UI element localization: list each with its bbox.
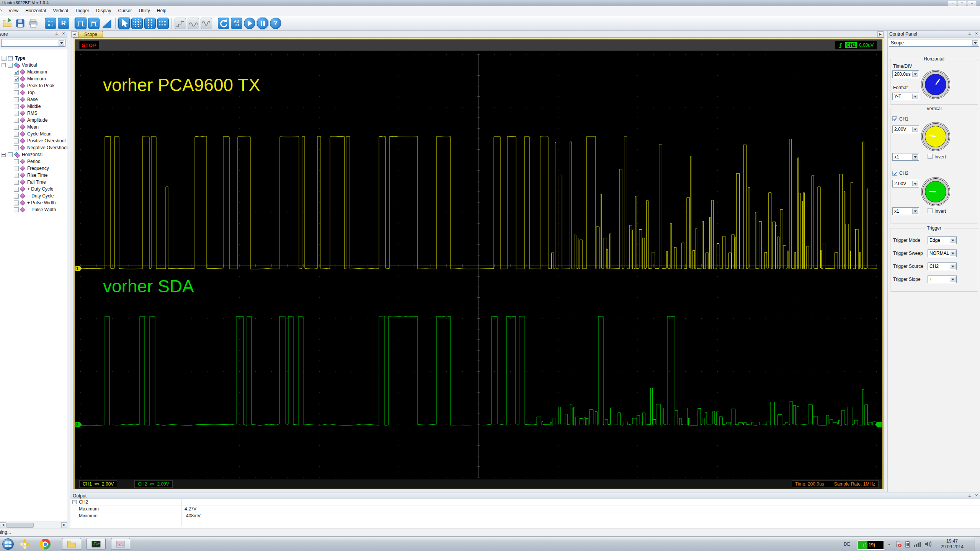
tree-item-rise-time[interactable]: Rise Time [0, 172, 47, 179]
ch2-probe-select[interactable]: x1 [892, 207, 919, 215]
close-icon[interactable]: ✕ [974, 31, 979, 36]
tree-item-type[interactable]: Type [0, 55, 25, 62]
battery-tray-icon[interactable] [905, 541, 910, 549]
tree-checkbox[interactable] [14, 187, 19, 192]
toolbar-open-file-button[interactable] [2, 18, 13, 29]
scroll-right-icon[interactable]: ▶ [61, 522, 67, 528]
tree-item-duty-cycle[interactable]: -- Duty Cycle [0, 192, 54, 199]
toolbar-math-button[interactable]: + −× ÷ [45, 18, 56, 29]
time-div-select[interactable]: 200.0us [892, 70, 919, 78]
scrollbar-thumb[interactable] [6, 523, 34, 528]
tree-checkbox[interactable] [8, 63, 13, 68]
maximize-button[interactable]: □ [957, 1, 967, 6]
tree-checkbox[interactable] [14, 77, 19, 82]
toolbar-square-wave-ch2-button[interactable] [88, 18, 100, 29]
collapse-icon[interactable] [72, 500, 77, 504]
menu-horizontal[interactable]: Horizontal [22, 6, 49, 16]
menu-utility[interactable]: Utility [135, 6, 153, 16]
toolbar-ramp-wave-button[interactable] [188, 18, 199, 29]
ch1-probe-select[interactable]: x1 [892, 153, 919, 161]
menu-file[interactable]: File [0, 6, 5, 16]
collapse-icon[interactable] [2, 153, 6, 157]
trigger-source-select[interactable]: CH2 [928, 262, 957, 270]
toolbar-auto-button[interactable]: AUTO [231, 18, 242, 29]
close-button[interactable]: × [967, 1, 977, 6]
keyboard-language-badge[interactable]: DE [844, 541, 850, 547]
menu-help[interactable]: Help [154, 6, 170, 16]
tree-checkbox[interactable] [14, 70, 19, 75]
start-button[interactable] [2, 538, 14, 550]
toolbar-pause-button[interactable] [257, 18, 268, 29]
tree-horizontal-scrollbar[interactable]: ◀ ▶ [0, 522, 67, 528]
chrome-icon[interactable] [40, 539, 51, 549]
toolbar-play-button[interactable] [244, 18, 255, 29]
menu-vertical[interactable]: Vertical [49, 6, 71, 16]
toolbar-reference-button[interactable]: R [58, 18, 69, 29]
clock-time[interactable]: 19:47 [932, 538, 972, 544]
tree-checkbox[interactable] [14, 194, 19, 199]
tree-checkbox[interactable] [14, 125, 19, 130]
ch2-position-knob[interactable] [922, 178, 949, 205]
pin-icon[interactable]: ⊥ [967, 493, 972, 498]
tree-item-rms[interactable]: RMS [0, 110, 38, 117]
toolbar-help-button[interactable]: ? [270, 18, 281, 29]
tree-item-negative-overshoot[interactable]: Negative Overshoot [0, 144, 67, 151]
action-center-flag-icon[interactable] [895, 541, 902, 549]
collapse-icon[interactable] [2, 63, 6, 67]
menu-view[interactable]: View [5, 6, 22, 16]
tree-item-top[interactable]: Top [0, 89, 34, 96]
minimize-button[interactable]: - [947, 1, 957, 6]
format-select[interactable]: Y-T [892, 93, 919, 100]
tree-item-mean[interactable]: Mean [0, 124, 39, 130]
toolbar-step-wave-button[interactable] [175, 18, 186, 29]
tree-checkbox[interactable] [14, 132, 19, 137]
toolbar-vertical-cursors-button[interactable] [144, 18, 156, 29]
tree-checkbox[interactable] [14, 111, 19, 116]
tree-checkbox[interactable] [14, 207, 19, 212]
taskbar-window-image-viewer[interactable] [111, 538, 130, 550]
tree-checkbox[interactable] [14, 145, 19, 150]
tree-checkbox[interactable] [14, 83, 19, 88]
tree-item-horizontal[interactable]: Horizontal [0, 151, 42, 158]
output-group-row[interactable]: CH2 [70, 499, 980, 505]
ch1-enable-checkbox[interactable] [892, 116, 897, 121]
tree-item-duty-cycle[interactable]: + Duty Cycle [0, 186, 53, 192]
tree-checkbox[interactable] [14, 173, 19, 178]
trigger-mode-select[interactable]: Edge [928, 236, 957, 244]
toolbar-refresh-button[interactable] [218, 18, 229, 29]
toolbar-save-button[interactable] [15, 18, 26, 29]
tree-item-cycle-mean[interactable]: Cycle Mean [0, 130, 51, 137]
panel-mode-select[interactable]: Scope [889, 39, 979, 47]
ch2-volt-select[interactable]: 2.00V [892, 180, 919, 187]
tab-scroll-right-icon[interactable]: ▶ [877, 31, 884, 37]
volume-icon[interactable] [924, 541, 932, 549]
tree-item-positive-overshoot[interactable]: Positive Overshoot [0, 137, 66, 144]
tray-expand-icon[interactable]: ▲ [887, 542, 891, 546]
trigger-sweep-select[interactable]: NORMAL [928, 249, 957, 257]
tree-item-minimum[interactable]: Minimum [0, 75, 46, 82]
tree-item-period[interactable]: Period [0, 158, 41, 165]
tree-checkbox[interactable] [14, 139, 19, 143]
tab-scroll-left-icon[interactable]: ◀ [71, 31, 77, 37]
taskbar-window-scope-app[interactable] [87, 538, 106, 550]
tab-scope[interactable]: Scope [78, 31, 103, 37]
toolbar-cross-cursors-button[interactable] [131, 18, 143, 29]
tree-checkbox[interactable] [14, 201, 19, 205]
tree-item-fall-time[interactable]: Fall Time [0, 179, 46, 186]
ch2-invert-checkbox[interactable] [928, 208, 933, 213]
tree-item-pulse-width[interactable]: + Pulse Width [0, 199, 56, 206]
menu-trigger[interactable]: Trigger [72, 6, 93, 16]
close-icon[interactable]: ✕ [61, 31, 66, 36]
tree-checkbox[interactable] [8, 152, 13, 157]
tree-item-pulse-width[interactable]: -- Pulse Width [0, 206, 56, 213]
show-desktop-button[interactable] [975, 537, 980, 551]
tree-checkbox[interactable] [2, 56, 7, 61]
tree-item-maximum[interactable]: Maximum [0, 68, 47, 75]
tree-item-peak-to-peak[interactable]: Peak to Peak [0, 82, 54, 89]
pin-icon[interactable]: ⊥ [967, 31, 972, 36]
menu-cursor[interactable]: Cursor [114, 6, 135, 16]
clock-date[interactable]: 29.09.2014 [932, 544, 972, 549]
tree-item-vertical[interactable]: Vertical [0, 62, 37, 68]
tree-item-middle[interactable]: Middle [0, 103, 41, 110]
ch1-volt-select[interactable]: 2.00V [892, 126, 919, 133]
